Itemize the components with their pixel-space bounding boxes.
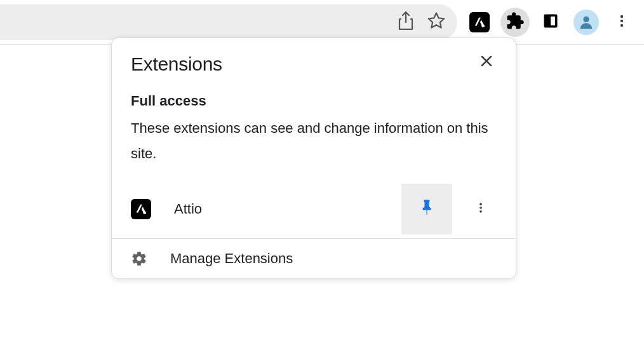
extension-menu-button[interactable]	[465, 184, 497, 235]
attio-extension-toolbar-button[interactable]	[465, 8, 494, 37]
popup-body: Full access These extensions can see and…	[112, 80, 516, 180]
pin-icon	[419, 199, 434, 219]
extension-name: Attio	[174, 201, 389, 217]
extension-row[interactable]: Attio	[112, 180, 516, 238]
svg-point-7	[143, 211, 146, 214]
close-button[interactable]	[476, 51, 497, 74]
extensions-popup: Extensions Full access These extensions …	[111, 37, 516, 279]
svg-point-3	[583, 17, 589, 22]
manage-extensions-button[interactable]: Manage Extensions	[112, 238, 516, 278]
profile-avatar-button[interactable]	[572, 8, 601, 37]
side-panel-toolbar-button[interactable]	[536, 8, 565, 37]
svg-point-8	[480, 203, 482, 206]
toolbar-icons-group	[465, 8, 636, 37]
section-title: Full access	[131, 93, 497, 109]
close-icon	[479, 60, 494, 71]
puzzle-icon	[506, 11, 525, 33]
pin-button[interactable]	[401, 184, 452, 235]
kebab-menu-icon	[614, 13, 629, 31]
attio-extension-icon	[131, 199, 151, 219]
svg-point-6	[621, 24, 623, 27]
omnibox-right	[0, 4, 457, 40]
popup-title: Extensions	[131, 53, 222, 75]
manage-extensions-label: Manage Extensions	[170, 250, 293, 267]
svg-rect-2	[551, 17, 555, 25]
bookmark-star-icon[interactable]	[427, 11, 446, 33]
avatar-icon	[574, 10, 599, 35]
extensions-toolbar-button[interactable]	[500, 8, 530, 37]
svg-point-9	[480, 207, 482, 209]
svg-point-5	[621, 20, 623, 22]
svg-point-4	[621, 15, 623, 18]
attio-icon	[469, 12, 490, 32]
svg-point-10	[480, 210, 482, 213]
popup-header: Extensions	[112, 38, 516, 80]
browser-menu-button[interactable]	[607, 8, 636, 37]
svg-point-0	[481, 24, 485, 27]
kebab-menu-icon	[474, 201, 487, 217]
gear-icon	[131, 250, 147, 267]
share-icon[interactable]	[398, 11, 414, 33]
side-panel-icon	[542, 12, 560, 32]
section-description: These extensions can see and change info…	[131, 116, 497, 166]
